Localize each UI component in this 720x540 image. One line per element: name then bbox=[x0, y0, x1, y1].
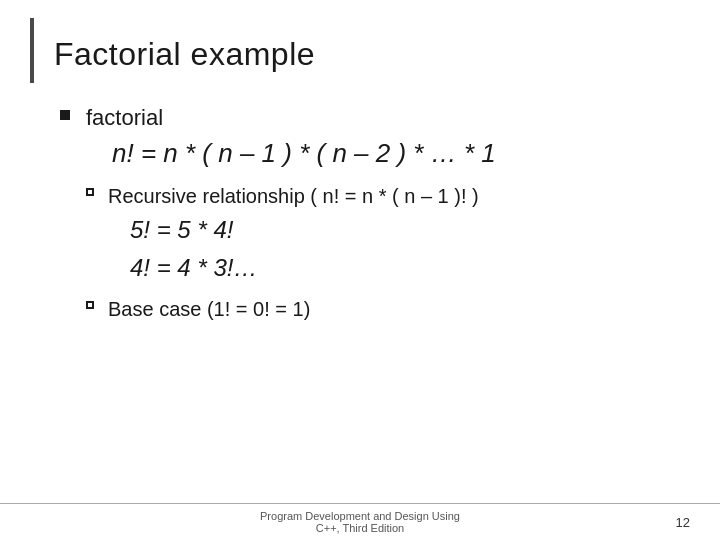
footer-page-number: 12 bbox=[660, 515, 690, 530]
sub-bullets-container: Recursive relationship ( n! = n * ( n – … bbox=[86, 181, 670, 324]
main-formula: n! = n * ( n – 1 ) * ( n – 2 ) * … * 1 bbox=[112, 134, 496, 173]
slide: Factorial example factorial n! = n * ( n… bbox=[0, 0, 720, 540]
sub-bullet-2-text: Base case (1! = 0! = 1) bbox=[108, 294, 310, 324]
footer-line2: C++, Third Edition bbox=[60, 522, 660, 534]
main-bullet-icon bbox=[60, 110, 70, 120]
title-bar: Factorial example bbox=[30, 18, 690, 83]
sub-bullet-1: Recursive relationship ( n! = n * ( n – … bbox=[86, 181, 670, 288]
footer: Program Development and Design Using C++… bbox=[0, 503, 720, 540]
footer-center: Program Development and Design Using C++… bbox=[60, 510, 660, 534]
content-area: factorial n! = n * ( n – 1 ) * ( n – 2 )… bbox=[0, 93, 720, 503]
slide-title: Factorial example bbox=[54, 36, 315, 72]
footer-line1: Program Development and Design Using bbox=[60, 510, 660, 522]
sub-bullet-1-icon bbox=[86, 188, 94, 196]
main-bullet-item: factorial n! = n * ( n – 1 ) * ( n – 2 )… bbox=[60, 103, 670, 173]
sub-formula-1: 5! = 5 * 4! bbox=[130, 211, 479, 249]
sub-bullet-1-text: Recursive relationship ( n! = n * ( n – … bbox=[108, 181, 479, 211]
main-bullet-text: factorial bbox=[86, 103, 496, 134]
sub-formula-2: 4! = 4 * 3!… bbox=[130, 249, 479, 287]
sub-bullet-2: Base case (1! = 0! = 1) bbox=[86, 294, 670, 324]
sub-bullet-2-icon bbox=[86, 301, 94, 309]
